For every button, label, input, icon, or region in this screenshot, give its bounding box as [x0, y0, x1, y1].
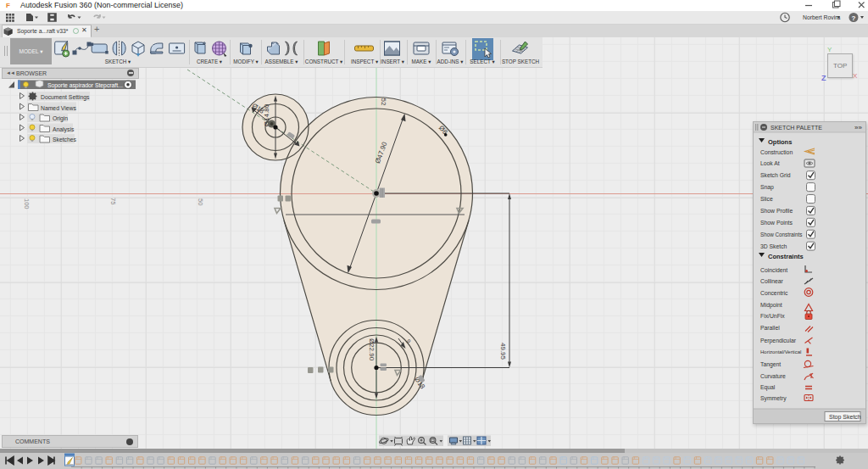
svg-text:Ø22.90: Ø22.90	[368, 338, 376, 361]
svg-text:Named Views: Named Views	[41, 105, 76, 111]
svg-text:Sketch Grid: Sketch Grid	[760, 172, 791, 178]
svg-text:Soporte aspirador Stepcraft...: Soporte aspirador Stepcraft...	[47, 82, 123, 89]
svg-text:Slice: Slice	[760, 196, 773, 202]
svg-text:Document Settings: Document Settings	[41, 94, 90, 101]
svg-text:Symmetry: Symmetry	[760, 395, 787, 402]
svg-text:Tangent: Tangent	[760, 361, 781, 368]
svg-text:SKETCH PALETTE: SKETCH PALETTE	[771, 125, 822, 131]
svg-text:Parallel: Parallel	[760, 325, 780, 331]
svg-text:Sketches: Sketches	[53, 137, 77, 142]
svg-text:Stop Sketch: Stop Sketch	[829, 414, 861, 421]
svg-text:100: 100	[23, 198, 31, 209]
svg-text:Look At: Look At	[760, 160, 780, 166]
svg-text:Curvature: Curvature	[760, 373, 786, 379]
svg-text:50: 50	[197, 198, 204, 205]
svg-text:Midpoint: Midpoint	[760, 302, 782, 309]
svg-text:75: 75	[109, 198, 117, 204]
svg-text:Show Profile: Show Profile	[760, 208, 793, 214]
svg-text:Analysis: Analysis	[53, 126, 75, 133]
svg-text:Concentric: Concentric	[760, 290, 788, 296]
svg-text:Equal: Equal	[760, 384, 776, 391]
svg-text:Collinear: Collinear	[760, 278, 784, 284]
svg-text:Coincident: Coincident	[760, 267, 787, 273]
svg-text:Options: Options	[768, 138, 792, 146]
svg-text:Fix/UnFix: Fix/UnFix	[760, 313, 785, 319]
svg-text:49.95: 49.95	[499, 343, 507, 360]
svg-text:Norbert Rovira: Norbert Rovira	[803, 14, 840, 20]
svg-text:»»: »»	[854, 124, 862, 131]
svg-text:3D Sketch: 3D Sketch	[760, 243, 787, 249]
svg-text:Show Constraints: Show Constraints	[760, 232, 802, 237]
svg-text:Perpendicular: Perpendicular	[760, 338, 797, 344]
svg-text:Origin: Origin	[53, 115, 68, 122]
svg-text:52: 52	[380, 98, 387, 106]
svg-text:Constraints: Constraints	[768, 253, 804, 260]
svg-text:Show Points: Show Points	[760, 220, 793, 226]
svg-text:Horizontal/Vertical: Horizontal/Vertical	[760, 349, 801, 355]
svg-text:Construction: Construction	[760, 149, 793, 155]
svg-text:?: ?	[852, 14, 856, 22]
svg-text:Snap: Snap	[760, 184, 774, 191]
